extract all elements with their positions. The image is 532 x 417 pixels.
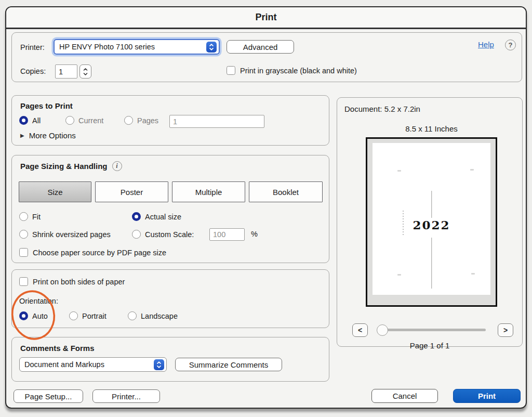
page-preview: 2022	[366, 137, 497, 307]
tab-poster[interactable]: Poster	[95, 181, 168, 202]
radio-auto-label: Auto	[32, 312, 48, 320]
comments-select-value: Document and Markups	[24, 360, 154, 369]
printer-select-value: HP ENVY Photo 7100 series	[59, 43, 206, 51]
radio-fit[interactable]: Fit	[19, 212, 41, 221]
pages-to-print-title: Pages to Print	[20, 101, 73, 110]
grayscale-label: Print in grayscale (black and white)	[240, 67, 357, 75]
radio-auto-control[interactable]	[19, 311, 28, 320]
radio-current[interactable]: Current	[65, 116, 103, 125]
radio-pages[interactable]: Pages	[124, 116, 158, 125]
comments-title: Comments & Forms	[20, 344, 95, 353]
custom-scale-input[interactable]	[209, 228, 245, 241]
disclosure-triangle-icon: ▶	[20, 133, 24, 138]
radio-portrait-label: Portrait	[82, 312, 107, 320]
dropdown-stepper-icon	[206, 42, 217, 53]
radio-all-label: All	[32, 116, 41, 125]
paper-source-label: Choose paper source by PDF page size	[33, 249, 166, 257]
grayscale-checkbox[interactable]	[227, 66, 235, 75]
printer-button[interactable]: Printer...	[92, 389, 160, 403]
radio-portrait-control[interactable]	[69, 311, 78, 320]
more-options-label: More Options	[29, 131, 76, 140]
radio-shrink-label: Shrink oversized pages	[32, 230, 111, 239]
radio-custom-scale-control[interactable]	[132, 230, 141, 239]
dialog-title: Print	[255, 12, 276, 23]
preview-smudge	[397, 170, 401, 172]
radio-custom-scale-label: Custom Scale:	[145, 230, 194, 239]
comments-section: Comments & Forms Document and Markups Su…	[11, 337, 329, 382]
print-dialog: Print Printer: HP ENVY Photo 7100 series…	[5, 6, 527, 409]
radio-fit-control[interactable]	[19, 212, 28, 221]
percent-label: %	[251, 230, 258, 238]
both-sides-checkbox[interactable]	[19, 277, 28, 286]
dropdown-stepper-icon	[154, 359, 164, 370]
tab-booklet[interactable]: Booklet	[249, 181, 323, 202]
paper-source-checkbox-row[interactable]: Choose paper source by PDF page size	[19, 248, 166, 257]
radio-landscape[interactable]: Landscape	[128, 311, 178, 320]
page-sizing-title: Page Sizing & Handling	[20, 162, 108, 171]
radio-auto[interactable]: Auto	[19, 311, 48, 320]
tab-multiple[interactable]: Multiple	[172, 181, 245, 202]
orientation-label: Orientation:	[19, 297, 58, 305]
preview-slider-thumb[interactable]	[377, 324, 388, 336]
previous-page-button[interactable]: <	[352, 323, 368, 337]
page-setup-button[interactable]: Page Setup...	[14, 389, 83, 403]
preview-smudge	[397, 274, 401, 276]
more-options-toggle[interactable]: ▶ More Options	[20, 131, 76, 140]
preview-smudge	[471, 273, 475, 275]
paper-size-label: 8.5 x 11 Inches	[366, 124, 497, 133]
copies-input[interactable]	[55, 64, 77, 79]
cancel-button[interactable]: Cancel	[371, 389, 438, 403]
radio-actual-size-control[interactable]	[132, 212, 141, 221]
radio-portrait[interactable]: Portrait	[69, 311, 107, 320]
help-question-icon[interactable]: ?	[505, 40, 516, 50]
help-link[interactable]: Help	[478, 40, 494, 49]
preview-panel: Document: 5.2 x 7.2in 8.5 x 11 Inches 20…	[337, 97, 523, 347]
preview-divider-line	[431, 191, 432, 218]
grayscale-checkbox-row[interactable]: Print in grayscale (black and white)	[227, 66, 357, 75]
radio-all[interactable]: All	[19, 116, 41, 125]
pages-to-print-section: Pages to Print All Current Pages ▶ More …	[11, 95, 329, 146]
printer-section: Printer: HP ENVY Photo 7100 series Advan…	[11, 32, 522, 82]
preview-year-text: 2022	[373, 218, 490, 232]
stepper-arrows-icon	[83, 67, 88, 76]
page-range-input[interactable]	[169, 115, 264, 128]
radio-landscape-label: Landscape	[141, 312, 178, 320]
radio-pages-label: Pages	[137, 116, 158, 125]
radio-current-control[interactable]	[65, 116, 74, 125]
both-sides-checkbox-row[interactable]: Print on both sides of paper	[19, 277, 125, 286]
next-page-button[interactable]: >	[498, 323, 513, 337]
tab-size[interactable]: Size	[19, 181, 91, 202]
page-sizing-section: Page Sizing & Handling i Size Poster Mul…	[11, 155, 329, 263]
radio-fit-label: Fit	[32, 213, 41, 221]
print-dialog-screen: { "window": { "title": "Print" }, "color…	[0, 0, 532, 417]
radio-current-label: Current	[78, 116, 103, 125]
comments-select[interactable]: Document and Markups	[19, 357, 167, 372]
radio-custom-scale[interactable]: Custom Scale:	[132, 230, 194, 239]
radio-shrink[interactable]: Shrink oversized pages	[19, 230, 111, 239]
dialog-titlebar: Print	[6, 7, 526, 29]
both-sides-label: Print on both sides of paper	[33, 278, 125, 286]
printer-select[interactable]: HP ENVY Photo 7100 series	[54, 39, 220, 55]
copies-stepper[interactable]	[79, 64, 91, 79]
radio-all-control[interactable]	[19, 116, 28, 125]
paper-source-checkbox[interactable]	[19, 248, 28, 257]
printer-label: Printer:	[20, 43, 45, 51]
preview-smudge	[470, 169, 474, 171]
radio-shrink-control[interactable]	[19, 230, 28, 239]
preview-slider-track[interactable]	[380, 329, 486, 331]
summarize-comments-button[interactable]: Summarize Comments	[175, 358, 282, 371]
info-icon[interactable]: i	[112, 161, 122, 171]
radio-landscape-control[interactable]	[128, 311, 137, 320]
page-preview-content: 2022	[373, 143, 490, 295]
radio-actual-size-label: Actual size	[145, 213, 181, 221]
advanced-button[interactable]: Advanced	[227, 40, 294, 54]
print-button[interactable]: Print	[453, 389, 521, 403]
radio-actual-size[interactable]: Actual size	[132, 212, 181, 221]
radio-pages-control[interactable]	[124, 116, 133, 125]
document-size-label: Document: 5.2 x 7.2in	[344, 105, 420, 113]
page-status: Page 1 of 1	[337, 341, 522, 350]
preview-divider-line	[431, 238, 432, 289]
orientation-section: Print on both sides of paper Orientation…	[11, 269, 329, 328]
copies-label: Copies:	[20, 67, 46, 75]
